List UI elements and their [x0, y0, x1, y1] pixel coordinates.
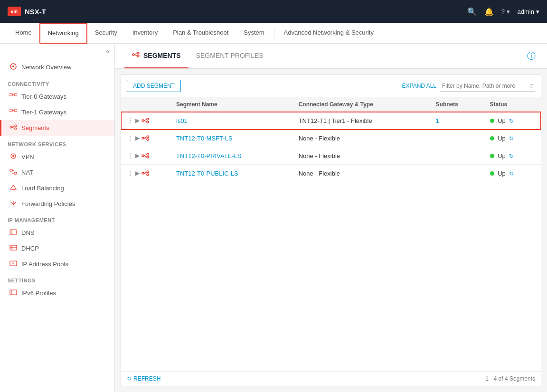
user-menu[interactable]: admin ▾ [518, 8, 539, 15]
svg-point-14 [12, 155, 14, 157]
svg-point-36 [142, 120, 144, 121]
row1-segment-icon [141, 117, 149, 124]
vm-logo-icon: vm [8, 7, 21, 16]
filter-input-wrap: ≡ [440, 81, 535, 92]
row3-status-text: Up [498, 152, 506, 159]
row1-name: ls01 [170, 112, 293, 130]
row2-dots-menu[interactable]: ⋮ [127, 134, 133, 142]
segments-table: Segment Name Connected Gateway & Type Su… [121, 97, 541, 182]
nav-plan[interactable]: Plan & Troubleshoot [165, 23, 236, 44]
add-segment-button[interactable]: ADD SEGMENT [127, 80, 181, 92]
row3-name: TNT12-T0-PRIVATE-LS [170, 147, 293, 165]
help-icon[interactable]: ⓘ [525, 50, 538, 62]
sidebar-item-load-balancing[interactable]: Load Balancing [0, 180, 114, 196]
table-row: ⋮ ▶ TNT12-T0-PUBLIC-LS None - Flexible [121, 165, 541, 182]
filter-icon: ≡ [529, 82, 533, 90]
row4-name-link[interactable]: TNT12-T0-PUBLIC-LS [176, 170, 238, 177]
sidebar-label-nat: NAT [21, 169, 33, 176]
sidebar-item-forwarding-policies[interactable]: Forwarding Policies [0, 196, 114, 212]
sidebar-item-dhcp[interactable]: DHCP [0, 241, 114, 256]
sidebar-item-ip-address-pools[interactable]: IP Address Pools [0, 256, 114, 272]
row2-expand[interactable]: ▶ [135, 135, 140, 141]
sidebar-section-network-services: Network Services [0, 136, 114, 149]
expand-all-button[interactable]: EXPAND ALL [402, 83, 436, 89]
row4-segment-icon [141, 170, 149, 177]
row2-status-text: Up [498, 135, 506, 142]
row2-refresh-icon[interactable]: ↻ [509, 135, 514, 142]
sidebar-item-ipv6-profiles[interactable]: IPv6 Profiles [0, 285, 114, 301]
forwarding-policies-icon [9, 200, 18, 208]
ipv6-profiles-icon [9, 289, 18, 297]
nav-home[interactable]: Home [8, 23, 39, 44]
row3-refresh-icon[interactable]: ↻ [509, 153, 514, 159]
row2-actions: ⋮ ▶ [121, 130, 170, 147]
sidebar-label-dns: DNS [21, 229, 34, 236]
row1-name-link[interactable]: ls01 [176, 117, 188, 124]
sidebar-label-load-balancing: Load Balancing [21, 185, 64, 192]
svg-point-8 [10, 126, 12, 128]
row3-gateway: None - Flexible [293, 147, 430, 165]
row4-name: TNT12-T0-PUBLIC-LS [170, 165, 293, 182]
network-overview-icon [9, 63, 18, 72]
row2-name-link[interactable]: TNT12-T0-MSFT-LS [176, 135, 232, 142]
svg-point-10 [15, 128, 17, 130]
table-section: ADD SEGMENT EXPAND ALL ≡ Segment Name Co… [121, 75, 541, 386]
sidebar-label-tier0: Tier-0 Gateways [21, 93, 66, 100]
sidebar-item-nat[interactable]: NAT [0, 165, 114, 180]
svg-line-12 [12, 127, 15, 129]
sidebar-collapse-btn[interactable]: « [106, 47, 110, 55]
row3-expand[interactable]: ▶ [135, 152, 140, 159]
svg-line-54 [144, 172, 147, 174]
table-row: ⋮ ▶ TNT12-T0-PRIVATE-LS None - Flexible [121, 147, 541, 165]
row4-dots-menu[interactable]: ⋮ [127, 169, 133, 177]
table-header: Segment Name Connected Gateway & Type Su… [121, 97, 541, 112]
svg-point-43 [147, 139, 149, 140]
sidebar-label-segments: Segments [21, 124, 49, 131]
bell-icon[interactable]: 🔔 [484, 7, 494, 16]
topbar-actions: 🔍 🔔 ? ▾ [467, 7, 510, 16]
tab-segments[interactable]: SEGMENTS [124, 44, 189, 68]
svg-point-1 [12, 65, 14, 67]
row1-expand[interactable]: ▶ [135, 117, 140, 124]
tab-segment-profiles-label: SEGMENT PROFILES [196, 52, 264, 59]
sidebar-item-segments[interactable]: Segments [0, 120, 114, 136]
svg-line-39 [144, 120, 147, 121]
row1-refresh-icon[interactable]: ↻ [509, 118, 514, 124]
sidebar-item-dns[interactable]: DNS [0, 225, 114, 241]
user-chevron: ▾ [536, 8, 539, 15]
nav-advanced[interactable]: Advanced Networking & Security [276, 23, 381, 44]
sidebar-section-settings: Settings [0, 272, 114, 285]
table-toolbar: ADD SEGMENT EXPAND ALL ≡ [121, 75, 541, 97]
help-menu[interactable]: ? ▾ [501, 8, 510, 15]
row1-status: Up ↻ [484, 112, 541, 130]
svg-point-37 [147, 118, 149, 120]
sidebar-label-network-overview: Network Overview [21, 64, 71, 71]
filter-input[interactable] [440, 81, 535, 92]
refresh-button[interactable]: ↻ REFRESH [127, 375, 160, 382]
svg-marker-19 [10, 185, 16, 189]
sidebar-item-network-overview[interactable]: Network Overview [0, 59, 114, 75]
search-icon[interactable]: 🔍 [467, 7, 477, 16]
svg-rect-5 [9, 109, 12, 112]
nav-security[interactable]: Security [87, 23, 125, 44]
sidebar-item-vpn[interactable]: VPN [0, 149, 114, 165]
nav-inventory[interactable]: Inventory [125, 23, 165, 44]
nav-system[interactable]: System [236, 23, 272, 44]
nav-networking[interactable]: Networking [39, 23, 87, 44]
sidebar-item-tier0[interactable]: Tier-0 Gateways [0, 89, 114, 104]
row1-subnets-link[interactable]: 1 [436, 117, 439, 124]
svg-rect-6 [14, 109, 17, 112]
col-name: Segment Name [170, 97, 293, 112]
row3-name-link[interactable]: TNT12-T0-PRIVATE-LS [176, 152, 241, 159]
ip-address-pools-icon [9, 260, 18, 268]
row1-gateway-text: TNT12-T1 | Tier1 - Flexible [299, 117, 372, 124]
row1-dots-menu[interactable]: ⋮ [127, 117, 133, 124]
tab-segment-profiles[interactable]: SEGMENT PROFILES [189, 44, 271, 68]
row4-gateway: None - Flexible [293, 165, 430, 182]
sidebar-item-tier1[interactable]: Tier-1 Gateways [0, 104, 114, 120]
row4-expand[interactable]: ▶ [135, 170, 140, 177]
app-logo: vm NSX-T [8, 7, 46, 16]
svg-rect-22 [10, 230, 17, 234]
row4-refresh-icon[interactable]: ↻ [509, 170, 514, 177]
row3-dots-menu[interactable]: ⋮ [127, 152, 133, 159]
